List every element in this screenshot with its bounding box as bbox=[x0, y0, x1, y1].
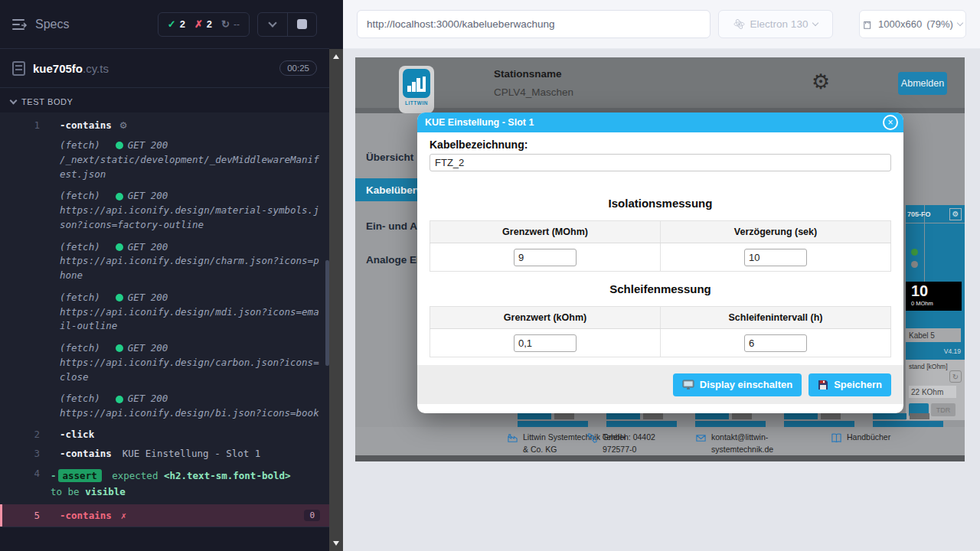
kue-device-card: 705-FO ⚙ 10 0 MOhm Kabel 5 V4.19 stand [… bbox=[906, 205, 965, 420]
device-gear-icon[interactable]: ⚙ bbox=[949, 208, 962, 220]
fetch-log-5[interactable]: (fetch) GET 200 https://api.iconify.desi… bbox=[0, 337, 329, 388]
display-on-button[interactable]: Display einschalten bbox=[673, 373, 802, 396]
schleifen-section-title: Schleifenmessung bbox=[417, 282, 903, 295]
stop-button[interactable] bbox=[287, 13, 316, 36]
ruler-icon bbox=[863, 19, 874, 30]
footer-manuals[interactable]: Handbücher bbox=[831, 432, 915, 444]
save-button[interactable]: Speichern bbox=[808, 373, 891, 396]
cable-label: Kabel 5 bbox=[906, 328, 961, 342]
modal-header: KUE Einstellung - Slot 1 × bbox=[417, 112, 903, 132]
resistance-panel: stand [kOhm] ↻ 22 KOhm TDR bbox=[906, 360, 965, 420]
close-button[interactable]: × bbox=[883, 115, 898, 130]
fetch-url: https://api.iconify.design/carbon.json?i… bbox=[60, 356, 320, 385]
status-dot-icon bbox=[116, 193, 123, 201]
cable-name-input[interactable] bbox=[430, 154, 891, 171]
resistance-label: stand [kOhm] bbox=[909, 363, 965, 370]
fetch-status: GET 200 bbox=[128, 139, 168, 153]
command-number: 4 bbox=[0, 468, 40, 479]
manuals-text: Handbücher bbox=[847, 432, 890, 444]
specs-menu-icon[interactable] bbox=[12, 19, 28, 30]
monitor-icon bbox=[682, 380, 694, 390]
cable-name-label: Kabelbezeichnung: bbox=[430, 139, 528, 151]
fetch-log-1[interactable]: (fetch) GET 200 /_next/static/developmen… bbox=[0, 135, 329, 185]
spec-duration: 00:25 bbox=[279, 60, 317, 76]
chevron-down-icon bbox=[268, 18, 276, 27]
isolation-verzoegerung-input[interactable] bbox=[744, 249, 807, 266]
spec-file-ext: .cy.ts bbox=[83, 62, 109, 75]
kue-settings-modal: KUE Einstellung - Slot 1 × Kabelbezeichn… bbox=[417, 112, 903, 413]
app-footer: Littwin Systemtechnik GmbH & Co. KG Tele… bbox=[355, 427, 965, 455]
isolation-grenzwert-input[interactable] bbox=[514, 249, 577, 266]
viewport-selector[interactable]: 1000x660 (79%) bbox=[859, 10, 966, 38]
browser-selector[interactable]: Electron 130 bbox=[718, 10, 833, 38]
command-number: 5 bbox=[2, 510, 40, 521]
fetch-log-2[interactable]: (fetch) GET 200 https://api.iconify.desi… bbox=[0, 185, 329, 236]
app-header bbox=[355, 57, 965, 108]
command-click[interactable]: 2 -click bbox=[0, 425, 329, 444]
phone-icon bbox=[586, 432, 598, 444]
reporter-header: Specs ✓ 2 ✗ 2 ↻ -- bbox=[0, 0, 329, 49]
logout-button[interactable]: Abmelden bbox=[898, 72, 947, 95]
fetch-url: https://api.iconify.design/mdi.json?icon… bbox=[60, 305, 320, 334]
passed-count: 2 bbox=[180, 18, 185, 30]
status-dot-icon bbox=[116, 294, 123, 302]
command-contains-1[interactable]: 1 -contains ⚙ bbox=[0, 116, 329, 135]
chevron-down-icon bbox=[812, 20, 818, 26]
device-title: 705-FO bbox=[907, 210, 931, 218]
command-name: -contains bbox=[60, 448, 112, 459]
fetch-status: GET 200 bbox=[128, 392, 168, 406]
fetch-status: GET 200 bbox=[128, 189, 168, 204]
settings-gear-icon[interactable]: ⚙ bbox=[812, 70, 830, 93]
gear-icon: ⚙ bbox=[119, 120, 128, 131]
status-dot-icon bbox=[116, 344, 123, 352]
card-fragment bbox=[695, 413, 766, 427]
url-input[interactable] bbox=[357, 10, 710, 38]
measurement-value: 10 bbox=[911, 282, 962, 300]
test-stats: ✓ 2 ✗ 2 ↻ -- bbox=[158, 12, 250, 37]
panel-scrollbar[interactable] bbox=[329, 49, 343, 551]
runner-controls bbox=[257, 12, 317, 37]
status-led-gray bbox=[911, 261, 918, 268]
save-label: Speichern bbox=[834, 379, 882, 390]
viewport-zoom: (79%) bbox=[926, 18, 953, 30]
scroll-down-icon[interactable] bbox=[333, 541, 339, 546]
status-dot-icon bbox=[116, 142, 123, 149]
fetch-log-3[interactable]: (fetch) GET 200 https://api.iconify.desi… bbox=[0, 236, 329, 287]
test-body-section[interactable]: TEST BODY bbox=[0, 88, 329, 112]
fetch-tag: (fetch) bbox=[60, 341, 100, 356]
command-contains-failed[interactable]: 5 -contains ✗ 0 bbox=[0, 504, 329, 527]
chevron-down-icon bbox=[10, 97, 18, 105]
station-name: CPLV4_Maschen bbox=[494, 86, 573, 98]
retry-count-badge: 0 bbox=[304, 510, 320, 521]
command-name: -contains bbox=[60, 119, 112, 131]
scroll-up-icon[interactable] bbox=[333, 54, 339, 59]
spec-file-row[interactable]: kue705fo .cy.ts 00:25 bbox=[0, 49, 329, 87]
card-fragment bbox=[518, 413, 588, 427]
refresh-icon[interactable]: ↻ bbox=[949, 370, 962, 383]
viewport-size: 1000x660 bbox=[878, 18, 922, 30]
assert-text-bold: visible bbox=[85, 486, 126, 497]
display-on-label: Display einschalten bbox=[700, 379, 792, 390]
schleifen-grenzwert-input[interactable] bbox=[514, 334, 577, 352]
assert-badge: assert bbox=[58, 469, 102, 482]
schleifen-intervall-input[interactable] bbox=[744, 334, 807, 352]
status-led-green bbox=[911, 249, 918, 256]
command-contains-2[interactable]: 3 -contains KUE Einstellung - Slot 1 bbox=[0, 444, 329, 463]
status-dot-icon bbox=[116, 243, 123, 251]
modal-title: KUE Einstellung - Slot 1 bbox=[425, 117, 534, 128]
status-dot-icon bbox=[116, 396, 123, 403]
command-number: 2 bbox=[0, 429, 40, 440]
fetch-log-4[interactable]: (fetch) GET 200 https://api.iconify.desi… bbox=[0, 287, 329, 337]
fetch-tag: (fetch) bbox=[60, 189, 100, 204]
specs-title: Specs bbox=[35, 18, 69, 31]
command-assert[interactable]: 4 -assert expected <h2.text-sm.font-bold… bbox=[0, 463, 329, 505]
fetch-log-6[interactable]: (fetch) GET 200 https://api.iconify.desi… bbox=[0, 388, 329, 425]
collapse-button[interactable] bbox=[258, 13, 287, 36]
assert-text: to bbox=[51, 486, 62, 497]
fail-x-icon: ✗ bbox=[121, 510, 126, 521]
footer-phone: Telefon: 04402 972577-0 bbox=[586, 432, 677, 456]
isolation-col-grenzwert: Grenzwert (MOhm) bbox=[430, 221, 661, 243]
isolation-table: Grenzwert (MOhm) Verzögerung (sek) bbox=[430, 220, 891, 272]
fetch-url: https://api.iconify.design/charm.json?ic… bbox=[60, 254, 320, 283]
email-icon bbox=[695, 432, 707, 444]
